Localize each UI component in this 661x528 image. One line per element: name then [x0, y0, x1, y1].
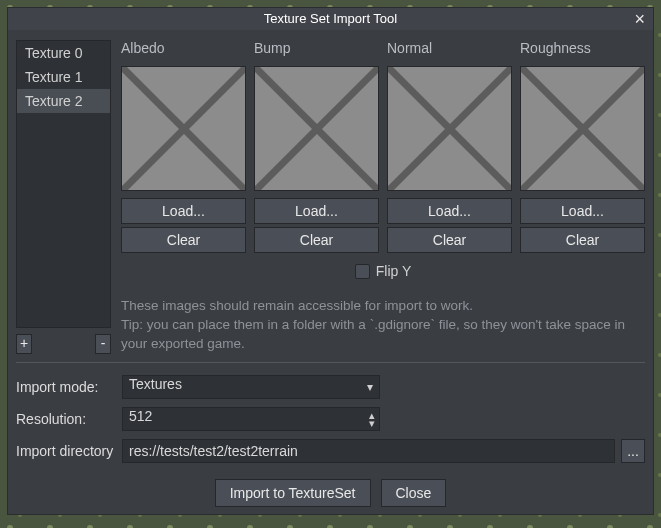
import-mode-value: Textures	[129, 376, 182, 392]
updown-icon: ▴▾	[369, 411, 375, 427]
hint-line-1: These images should remain accessible fo…	[121, 297, 645, 316]
import-button[interactable]: Import to TextureSet	[215, 479, 371, 507]
resolution-value: 512	[129, 408, 152, 424]
normal-label: Normal	[387, 40, 512, 56]
roughness-slot: Roughness Load... Clear	[520, 40, 645, 253]
close-icon[interactable]: ×	[630, 8, 649, 30]
texture-list-panel: Texture 0 Texture 1 Texture 2 + -	[16, 40, 111, 354]
add-texture-button[interactable]: +	[16, 334, 32, 354]
roughness-load-button[interactable]: Load...	[520, 198, 645, 224]
browse-button[interactable]: ...	[621, 439, 645, 463]
import-dir-label: Import directory	[16, 443, 116, 459]
texture-list[interactable]: Texture 0 Texture 1 Texture 2	[16, 40, 111, 328]
import-dir-field[interactable]: res://tests/test2/test2terrain	[122, 439, 615, 463]
normal-load-button[interactable]: Load...	[387, 198, 512, 224]
roughness-label: Roughness	[520, 40, 645, 56]
roughness-clear-button[interactable]: Clear	[520, 227, 645, 253]
bump-preview[interactable]	[254, 66, 379, 191]
texture-import-dialog: Texture Set Import Tool × Texture 0 Text…	[7, 7, 654, 515]
albedo-load-button[interactable]: Load...	[121, 198, 246, 224]
albedo-slot: Albedo Load... Clear	[121, 40, 246, 253]
texture-list-item[interactable]: Texture 0	[17, 41, 110, 65]
normal-clear-button[interactable]: Clear	[387, 227, 512, 253]
albedo-preview[interactable]	[121, 66, 246, 191]
flip-y-checkbox[interactable]	[355, 264, 370, 279]
resolution-spinbox[interactable]: 512 ▴▾	[122, 407, 380, 431]
import-dir-value: res://tests/test2/test2terrain	[129, 443, 298, 459]
bump-load-button[interactable]: Load...	[254, 198, 379, 224]
chevron-down-icon: ▾	[367, 380, 373, 394]
resolution-label: Resolution:	[16, 411, 116, 427]
hint-line-2: Tip: you can place them in a folder with…	[121, 316, 645, 354]
albedo-label: Albedo	[121, 40, 246, 56]
bump-label: Bump	[254, 40, 379, 56]
window-title: Texture Set Import Tool	[264, 11, 397, 26]
normal-preview[interactable]	[387, 66, 512, 191]
remove-texture-button[interactable]: -	[95, 334, 111, 354]
close-button[interactable]: Close	[381, 479, 447, 507]
normal-slot: Normal Load... Clear	[387, 40, 512, 253]
import-mode-label: Import mode:	[16, 379, 116, 395]
titlebar: Texture Set Import Tool ×	[8, 8, 653, 30]
roughness-preview[interactable]	[520, 66, 645, 191]
flip-y-label: Flip Y	[376, 263, 412, 279]
bump-clear-button[interactable]: Clear	[254, 227, 379, 253]
texture-slots: Albedo Load... Clear Bump Load... Clear …	[121, 40, 645, 354]
import-mode-select[interactable]: Textures ▾	[122, 375, 380, 399]
bump-slot: Bump Load... Clear	[254, 40, 379, 253]
texture-list-item[interactable]: Texture 2	[17, 89, 110, 113]
hint-text: These images should remain accessible fo…	[121, 297, 645, 354]
texture-list-item[interactable]: Texture 1	[17, 65, 110, 89]
dialog-content: Texture 0 Texture 1 Texture 2 + - Albedo…	[8, 30, 653, 519]
separator	[16, 362, 645, 363]
albedo-clear-button[interactable]: Clear	[121, 227, 246, 253]
